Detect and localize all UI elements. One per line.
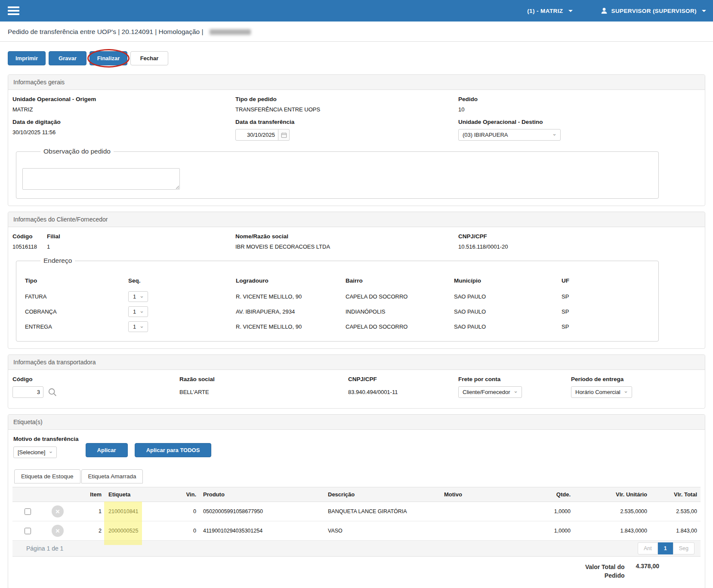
addr-bairro: CAPELA DO SOCORRO [343,319,451,334]
user-icon [600,7,608,15]
observacao-fieldset: Observação do pedido [16,148,659,199]
delete-row-icon[interactable] [52,505,64,517]
imprimir-button[interactable]: Imprimir [8,51,46,65]
item-vlr-total: 1.843,00 [651,521,701,541]
addr-bairro: INDIANÓPOLIS [343,304,451,319]
table-row: 2 2000000525 0 41190010294035301254 VASO… [12,521,701,541]
delete-row-icon[interactable] [52,525,64,537]
item-number: 2 [73,521,105,541]
uop-destino-select[interactable]: (03) IBIRAPUERA [458,129,561,141]
items-header-produto: Produto [200,487,324,502]
caret-down-icon [568,10,573,12]
addr-uf: SP [559,319,652,334]
addr-uf: SP [559,304,652,319]
addr-header-logradouro: Logradouro [233,276,343,289]
carrier-razao-label: Razão social [179,376,338,382]
client-cnpj-value: 10.516.118/0001-20 [458,243,690,250]
client-info-panel: Informações do Cliente/Fornecedor Código… [8,212,705,349]
item-motivo [441,521,522,541]
addr-uf: SP [559,289,652,304]
calendar-icon[interactable] [278,129,290,141]
addr-seq-select[interactable]: 1 [128,321,148,332]
frete-label: Frete por conta [458,376,561,382]
carrier-codigo-input[interactable] [12,386,43,398]
workspace-dropdown[interactable]: (1) - MATRIZ [527,8,572,14]
client-codigo-value: 10516118 [12,243,37,250]
client-nome-label: Nome/Razão social [235,233,448,240]
pager-next-button[interactable]: Seg [673,542,694,554]
addr-header-uf: UF [559,276,652,289]
addr-municipio: SAO PAULO [451,319,559,334]
client-filial-label: Filial [47,233,225,240]
items-header-vlr-unitario: Vlr. Unitário [574,487,651,502]
item-produto: 41190010294035301254 [200,521,324,541]
item-descricao: VASO [324,521,441,541]
data-transferencia-input[interactable] [235,129,278,141]
address-table: Tipo Seq. Logradouro Bairro Município UF… [22,276,652,334]
address-row: COBRANÇA 1 AV. IBIRAPUERA, 2934 INDIANÓP… [22,304,652,319]
workspace-label: (1) - MATRIZ [527,8,563,14]
items-header-motivo: Motivo [441,487,522,502]
origem-label: Unidade Operacional - Origem [12,96,225,102]
uop-destino-label: Unidade Operacional - Destino [458,119,690,125]
item-number: 1 [73,502,105,521]
endereco-legend: Endereço [40,257,75,265]
tipo-pedido-value: TRANSFERÊNCIA ENTRE UOPS [235,106,448,113]
client-filial-value: 1 [47,243,225,250]
search-icon[interactable] [48,388,57,397]
observacao-legend: Observação do pedido [40,148,114,155]
carrier-cnpj-value: 83.940.494/0001-11 [348,386,448,395]
aplicar-todos-button[interactable]: Aplicar para TODOS [135,443,212,457]
items-header-vin: Vin. [170,487,200,502]
periodo-select[interactable]: Horário Comercial [571,386,632,398]
items-header-descricao: Descrição [324,487,441,502]
addr-tipo: ENTREGA [22,319,126,334]
item-vlr-unitario: 1.843,0000 [574,521,651,541]
addr-municipio: SAO PAULO [451,289,559,304]
page-info: Página 1 de 1 [26,545,63,552]
pager-prev-button[interactable]: Ant [638,542,658,554]
tab-etiqueta-amarrada[interactable]: Etiqueta Amarrada [81,469,143,483]
caret-down-icon [702,10,706,12]
endereco-fieldset: Endereço Tipo Seq. Logradouro Bairro Mun… [16,257,659,342]
client-codigo-label: Código [12,233,37,240]
addr-logradouro: AV. IBIRAPUERA, 2934 [233,304,343,319]
page-title-row: Pedido de transferência entre UOP's | 20… [0,22,713,42]
menu-icon[interactable] [7,3,20,18]
carrier-info-header: Informações da transportadora [8,355,705,370]
pager-page-1-button[interactable]: 1 [658,542,673,554]
gravar-button[interactable]: Gravar [49,51,86,65]
item-produto: 05020005991058677950 [200,502,324,521]
addr-seq-select[interactable]: 1 [128,306,148,317]
item-etiqueta: 2100010841 [105,502,170,521]
item-vlr-total: 2.535,00 [651,502,701,521]
motivo-transferencia-select[interactable]: [Selecione] [13,446,57,458]
periodo-label: Período de entrega [571,376,690,382]
frete-select[interactable]: Cliente/Fornecedor [458,386,522,398]
row-checkbox[interactable] [25,508,31,515]
addr-logradouro: R. VICENTE MELILLO, 90 [233,289,343,304]
user-dropdown[interactable]: SUPERVISOR (SUPERVISOR) [600,7,707,15]
row-checkbox[interactable] [25,528,31,534]
order-total-label: Valor Total do Pedido [578,563,625,580]
origem-value: MATRIZ [12,106,225,113]
general-info-header: Informações gerais [8,75,705,90]
fechar-button[interactable]: Fechar [130,51,168,65]
redacted-text-block [210,29,251,35]
observacao-textarea[interactable] [22,168,180,190]
aplicar-button[interactable]: Aplicar [86,443,128,457]
client-cnpj-label: CNPJ/CPF [458,233,690,240]
periodo-selected: Horário Comercial [575,389,620,395]
item-etiqueta: 2000000525 [105,521,170,541]
item-qtde: 1,0000 [522,521,574,541]
tab-etiqueta-estoque[interactable]: Etiqueta de Estoque [14,469,80,483]
motivo-selected: [Selecione] [18,449,45,456]
addr-seq-select[interactable]: 1 [128,291,148,302]
address-row: FATURA 1 R. VICENTE MELILLO, 90 CAPELA D… [22,289,652,304]
items-header-vlr-total: Vlr. Total [651,487,701,502]
data-transferencia-label: Data da transferência [235,119,448,125]
items-header-qtde: Qtde. [522,487,574,502]
pedido-value: 10 [458,106,690,113]
client-info-header: Informações do Cliente/Fornecedor [8,212,705,227]
finalizar-button[interactable]: Finalizar [90,51,127,65]
